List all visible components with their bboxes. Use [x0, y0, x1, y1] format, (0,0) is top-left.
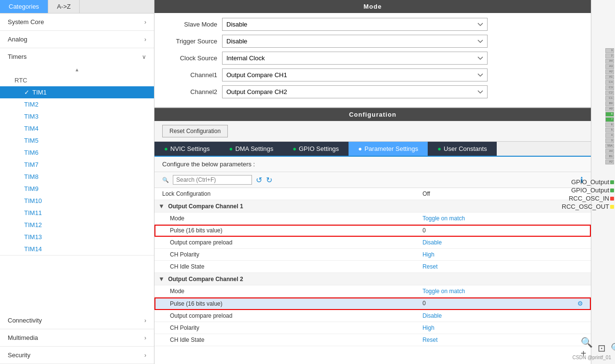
trigger-source-select[interactable]: Disable: [222, 35, 488, 48]
tim5-label: TIM5: [24, 137, 39, 144]
sidebar-item-analog[interactable]: Analog ›: [0, 31, 154, 48]
zoom-fit-button[interactable]: ⊡: [598, 342, 606, 354]
reset-configuration-button[interactable]: Reset Configuration: [162, 125, 228, 137]
param-value: Toggle on match: [415, 213, 591, 225]
param-tab-label: Parameter Settings: [364, 145, 418, 152]
chevron-right-icon: ›: [144, 317, 146, 324]
group-header: ▼ Output Compare Channel 1: [154, 200, 591, 213]
tab-gpio-settings[interactable]: ● GPIO Settings: [283, 142, 349, 156]
table-row: CH Idle State Reset: [154, 261, 591, 273]
rcc-osc-out-label: RCC_OSC_OUT: [562, 203, 614, 210]
configuration-header: Configuration: [154, 108, 591, 121]
table-row: ▼ Output Compare Channel 2: [154, 273, 591, 285]
collapse-button[interactable]: [0, 65, 154, 74]
param-name: Output compare preload: [154, 310, 415, 322]
chevron-right-icon: ›: [144, 19, 146, 26]
sidebar-item-tim11[interactable]: TIM11: [0, 207, 154, 219]
tab-user-constants[interactable]: ● User Constants: [428, 142, 496, 156]
table-row: Lock Configuration Off: [154, 188, 591, 200]
chevron-right-icon: ›: [144, 352, 146, 359]
sidebar-item-tim5[interactable]: TIM5: [0, 135, 154, 147]
param-name: Pulse (16 bits value): [154, 297, 415, 310]
tim3-label: TIM3: [24, 113, 39, 120]
label-text: RCC_OSC_IN: [569, 195, 609, 202]
search-input[interactable]: [176, 176, 249, 183]
sidebar-item-tim4[interactable]: TIM4: [0, 122, 154, 135]
tab-nvic-settings[interactable]: ● NVIC Settings: [154, 142, 220, 156]
table-row: CH Polarity High: [154, 322, 591, 334]
refresh-icon[interactable]: ↺: [256, 175, 262, 185]
security-label: Security: [8, 351, 30, 359]
channel1-select[interactable]: Output Compare CH1: [222, 68, 488, 81]
tab-dma-settings[interactable]: ● DMA Settings: [220, 142, 283, 156]
collapse-icon[interactable]: ▼: [158, 202, 165, 210]
sidebar-item-tim1[interactable]: ✓ TIM1: [0, 86, 154, 98]
main-content: Mode Slave Mode Disable Trigger Source D…: [154, 0, 591, 364]
clock-source-select[interactable]: Internal Clock: [222, 52, 488, 65]
sidebar-item-tim12[interactable]: TIM12: [0, 219, 154, 231]
tim13-label: TIM13: [24, 233, 42, 241]
sidebar-item-rtc[interactable]: RTC: [0, 74, 154, 86]
sidebar-tabs: Categories A->Z: [0, 0, 154, 13]
gpio-output-label-1: GPIO_Output: [562, 178, 614, 186]
slave-mode-label: Slave Mode: [164, 21, 222, 28]
slave-mode-select[interactable]: Disable: [222, 18, 488, 31]
sidebar-item-tim7[interactable]: TIM7: [0, 159, 154, 171]
tab-categories[interactable]: Categories: [0, 0, 48, 13]
params-table-wrap: Lock Configuration Off ▼ Output Compare …: [154, 188, 591, 364]
search-icon: 🔍: [162, 177, 169, 183]
label-text: RCC_OSC_OUT: [562, 203, 609, 210]
check-icon: ●: [358, 145, 362, 152]
table-row[interactable]: Pulse (16 bits value) 0 ⚙: [154, 297, 591, 310]
param-name: Pulse (16 bits value): [154, 225, 415, 237]
sidebar-item-tim13[interactable]: TIM13: [0, 231, 154, 243]
zoom-out-button[interactable]: 🔍-: [611, 342, 615, 354]
tab-parameter-settings[interactable]: ● Parameter Settings: [349, 142, 428, 156]
check-icon: ●: [164, 145, 168, 152]
channel2-select[interactable]: Output Compare CH2: [222, 85, 488, 98]
label-text: GPIO_Output: [571, 178, 609, 186]
sidebar-item-tim14[interactable]: TIM14: [0, 243, 154, 255]
sync-icon[interactable]: ↻: [266, 175, 272, 185]
sidebar-item-tim10[interactable]: TIM10: [0, 195, 154, 207]
green-dot: [610, 189, 614, 192]
table-row[interactable]: Pulse (16 bits value) 0: [154, 225, 591, 237]
sidebar-item-tim9[interactable]: TIM9: [0, 183, 154, 195]
table-row: Output compare preload Disable: [154, 310, 591, 322]
clock-source-label: Clock Source: [164, 54, 222, 62]
config-tabs: ● NVIC Settings ● DMA Settings ● GPIO Se…: [154, 142, 591, 157]
param-name: Mode: [154, 213, 415, 225]
mode-header: Mode: [154, 0, 591, 13]
slave-mode-row: Slave Mode Disable: [164, 18, 581, 31]
search-input-wrap: [173, 175, 252, 185]
sidebar-item-connectivity[interactable]: Connectivity ›: [0, 312, 154, 329]
gpio-tab-label: GPIO Settings: [299, 145, 339, 152]
connectivity-label: Connectivity: [8, 317, 42, 324]
timers-label: Timers: [8, 53, 27, 60]
table-row: CH Idle State Reset: [154, 334, 591, 346]
params-table: Lock Configuration Off ▼ Output Compare …: [154, 188, 591, 346]
nvic-tab-label: NVIC Settings: [170, 145, 210, 152]
tim4-label: TIM4: [24, 125, 39, 132]
red-dot: [610, 197, 614, 201]
tim2-label: TIM2: [24, 101, 39, 108]
yellow-dot: [610, 205, 614, 209]
sidebar-item-tim8[interactable]: TIM8: [0, 171, 154, 183]
sidebar-item-multimedia[interactable]: Multimedia ›: [0, 329, 154, 347]
sidebar-item-tim2[interactable]: TIM2: [0, 98, 154, 110]
sidebar-item-security[interactable]: Security ›: [0, 347, 154, 364]
sidebar-item-tim6[interactable]: TIM6: [0, 147, 154, 159]
gear-icon[interactable]: ⚙: [577, 300, 583, 307]
params-description: Configure the below parameters :: [154, 157, 591, 172]
param-name: Lock Configuration: [154, 188, 415, 200]
param-value: 0: [415, 225, 591, 237]
table-row: CH Polarity High: [154, 249, 591, 261]
sidebar-item-timers[interactable]: Timers ∨: [0, 48, 154, 65]
sidebar-item-tim3[interactable]: TIM3: [0, 110, 154, 122]
watermark: CSDN @printf_01: [573, 355, 611, 360]
tab-az[interactable]: A->Z: [48, 0, 80, 13]
gpio-output-label-2: GPIO_Output: [562, 187, 614, 194]
sidebar-item-system-core[interactable]: System Core ›: [0, 13, 154, 31]
analog-label: Analog: [8, 36, 27, 43]
collapse-icon[interactable]: ▼: [158, 275, 165, 283]
